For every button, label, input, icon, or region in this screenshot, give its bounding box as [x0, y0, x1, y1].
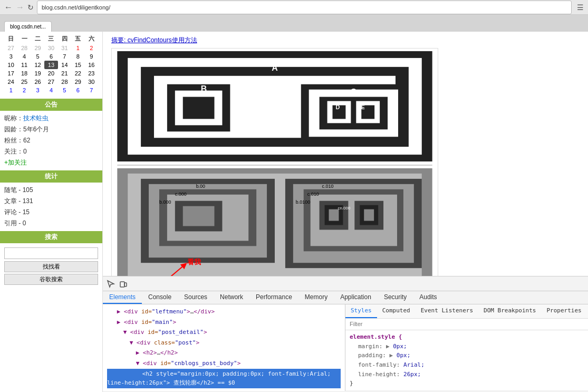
cal-cell[interactable]: 9: [85, 52, 98, 61]
back-icon[interactable]: ←: [4, 3, 13, 12]
cal-cell[interactable]: 18: [17, 69, 31, 78]
cal-cell[interactable]: 20: [44, 69, 57, 78]
cal-cell[interactable]: 22: [71, 69, 84, 78]
cal-cell[interactable]: 7: [85, 86, 98, 94]
cal-cell[interactable]: 5: [31, 52, 44, 61]
cal-cell-today[interactable]: 13: [44, 61, 57, 69]
top-notice: 摘要: cvFindContours使用方法: [111, 36, 580, 45]
devtools-toolbar: [103, 276, 588, 291]
cal-cell[interactable]: 28: [58, 78, 71, 86]
cal-cell[interactable]: 8: [71, 52, 84, 61]
menu-icon[interactable]: ☰: [577, 3, 584, 12]
cal-cell[interactable]: 27: [4, 44, 17, 52]
cal-cell[interactable]: 17: [4, 69, 17, 78]
tab-application[interactable]: Application: [334, 291, 378, 304]
styles-filter-input[interactable]: [349, 320, 585, 328]
cal-cell[interactable]: 30: [85, 78, 98, 86]
svg-rect-37: [364, 209, 374, 221]
find-button[interactable]: 找找看: [4, 261, 98, 272]
svg-text:D: D: [336, 104, 340, 110]
svg-text:b.000: b.000: [159, 199, 171, 205]
calendar: 日 一 二 三 四 五 六 27 28 29 30 31 1 2 3 4 5 6: [0, 32, 102, 97]
cal-cell[interactable]: 4: [44, 86, 57, 94]
style-tab-properties[interactable]: Properties: [541, 304, 586, 318]
svg-text:E: E: [361, 104, 365, 110]
devtools-panel: Elements Console Sources Network Perform…: [103, 276, 588, 392]
stat-articles: 文章 - 131: [0, 196, 102, 207]
cal-cell[interactable]: 6: [44, 52, 57, 61]
cal-cell[interactable]: 7: [58, 52, 71, 61]
cal-cell[interactable]: 2: [85, 44, 98, 52]
styles-panel: Styles Computed Event Listeners DOM Brea…: [345, 304, 588, 391]
tab-console[interactable]: Console: [142, 291, 178, 304]
search-input[interactable]: [4, 247, 98, 259]
cal-cell[interactable]: 23: [85, 69, 98, 78]
google-search-button[interactable]: 谷歌搜索: [4, 274, 98, 285]
tab-sources[interactable]: Sources: [178, 291, 214, 304]
annotation-text: 看我: [187, 257, 201, 267]
cal-cell[interactable]: 1: [71, 44, 84, 52]
dom-panel[interactable]: ▶ <div id="leftmenu">…</div> ▶ <div id="…: [103, 304, 345, 391]
styles-filter: [345, 319, 588, 331]
stats-title: 统计: [0, 170, 102, 183]
cal-cell[interactable]: 30: [44, 44, 57, 52]
device-toggle-icon[interactable]: [118, 278, 129, 290]
cal-cell[interactable]: 16: [85, 61, 98, 69]
cal-cell[interactable]: 3: [4, 52, 17, 61]
cal-cell[interactable]: 31: [58, 44, 71, 52]
cal-cell[interactable]: 5: [58, 86, 71, 94]
style-tab-dom-breakpoints[interactable]: DOM Breakpoints: [478, 304, 541, 318]
follow-link[interactable]: +加关注: [4, 159, 27, 166]
main-content: 日 一 二 三 四 五 六 27 28 29 30 31 1 2 3 4 5 6: [0, 32, 588, 392]
announcement-title: 公告: [0, 99, 102, 111]
cal-cell[interactable]: 1: [4, 86, 17, 94]
cal-cell[interactable]: 25: [17, 78, 31, 86]
tab-audits[interactable]: Audits: [413, 291, 443, 304]
cal-cell[interactable]: 11: [17, 61, 31, 69]
image-container: A B C D E: [111, 48, 580, 288]
cal-cell[interactable]: 10: [4, 61, 17, 69]
cal-cell[interactable]: 14: [58, 61, 71, 69]
profile-age: 园龄：5年6个月: [0, 124, 102, 135]
inspect-icon[interactable]: [105, 278, 117, 290]
cal-cell[interactable]: 28: [17, 44, 31, 52]
content-area: 摘要: cvFindContours使用方法 A B: [103, 32, 588, 392]
svg-text:c.010: c.010: [322, 184, 334, 189]
style-tab-computed[interactable]: Computed: [377, 304, 416, 318]
cal-cell[interactable]: 29: [31, 44, 44, 52]
tab-performance[interactable]: Performance: [249, 291, 298, 304]
browser-top-bar: ← → ↻ blog.csdn.net/diligentkong/ ☰: [0, 0, 588, 15]
dom-line: ▼ <div id="post_detail">: [107, 327, 341, 338]
tab-active[interactable]: blog.csdn.net...: [4, 21, 52, 32]
style-tab-styles[interactable]: Styles: [345, 304, 377, 318]
follow-button-container[interactable]: +加关注: [0, 157, 102, 168]
cal-cell[interactable]: 4: [17, 52, 31, 61]
devtools-body: ▶ <div id="leftmenu">…</div> ▶ <div id="…: [103, 304, 588, 391]
cal-cell[interactable]: 19: [31, 69, 44, 78]
cal-cell[interactable]: 12: [31, 61, 44, 69]
address-bar[interactable]: blog.csdn.net/diligentkong/: [37, 1, 572, 14]
sidebar: 日 一 二 三 四 五 六 27 28 29 30 31 1 2 3 4 5 6: [0, 32, 103, 392]
search-box: 找找看 谷歌搜索: [0, 245, 102, 287]
reload-icon[interactable]: ↻: [27, 3, 34, 12]
cal-cell[interactable]: 26: [31, 78, 44, 86]
style-tab-event-listeners[interactable]: Event Listeners: [416, 304, 478, 318]
tab-network[interactable]: Network: [214, 291, 249, 304]
tab-security[interactable]: Security: [378, 291, 413, 304]
cal-cell[interactable]: 15: [71, 61, 84, 69]
cal-cell[interactable]: 27: [44, 78, 57, 86]
cal-cell[interactable]: 24: [4, 78, 17, 86]
profile-following: 关注：0: [0, 146, 102, 157]
forward-icon[interactable]: →: [16, 3, 24, 12]
cal-cell[interactable]: 6: [71, 86, 84, 94]
tab-elements[interactable]: Elements: [103, 291, 142, 304]
cal-cell[interactable]: 29: [71, 78, 84, 86]
tab-memory[interactable]: Memory: [298, 291, 334, 304]
cal-cell[interactable]: 3: [31, 86, 44, 94]
devtools-tabs: Elements Console Sources Network Perform…: [103, 291, 588, 304]
cal-cell[interactable]: 21: [58, 69, 71, 78]
cal-cell[interactable]: 2: [17, 86, 31, 94]
search-title: 搜索: [0, 231, 102, 243]
dom-line: ▶ <div id="main">: [107, 317, 341, 328]
tab-bar: blog.csdn.net...: [0, 15, 588, 32]
